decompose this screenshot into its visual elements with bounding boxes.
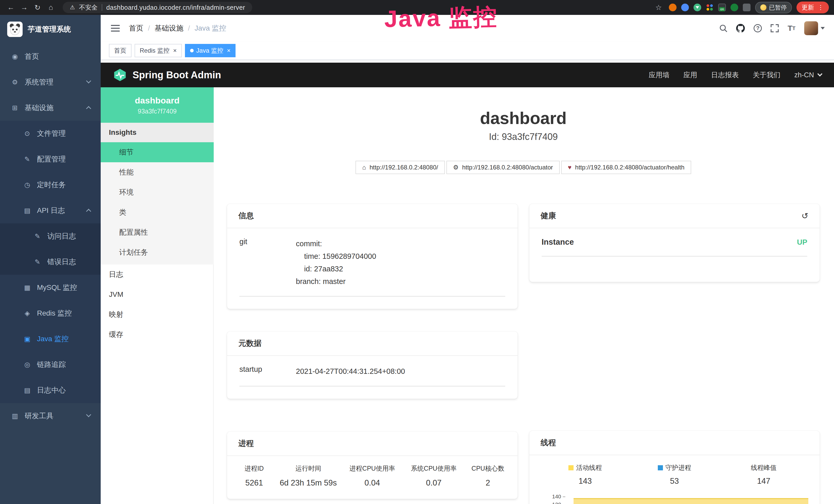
github-icon[interactable] [736,24,745,32]
tab-java-monitor[interactable]: Java 监控 × [185,44,236,57]
sba-item-details[interactable]: 细节 [101,142,214,162]
instance-id: 93a3fc7f7409 [106,108,208,115]
sidebar-item-tracing[interactable]: ◎ 链路追踪 [0,352,101,377]
sba-brand[interactable]: Spring Boot Admin [113,68,221,82]
sba-nav-about[interactable]: 关于我们 [752,70,780,79]
sidebar-item-java-monitor[interactable]: ▣ Java 监控 [0,326,101,352]
sidebar-item-mysql-monitor[interactable]: ▦ MySQL 监控 [0,275,101,300]
update-button-label: 更新 [802,3,814,12]
sidebar-item-files[interactable]: ⊙ 文件管理 [0,121,101,146]
close-icon[interactable]: × [227,47,231,54]
instance-link-health[interactable]: ♥ http://192.168.0.2:48080/actuator/heal… [561,161,691,174]
breadcrumb-item[interactable]: 首页 [129,23,143,33]
column-header: 进程CPU使用率 [342,464,403,473]
app-logo-row[interactable]: 芋道管理系统 [0,15,101,44]
sba-item-config-props[interactable]: 配置属性 [101,222,214,243]
document-icon: ✎ [33,232,42,240]
column-header: 运行时间 [275,464,342,473]
extension-icon[interactable] [730,4,738,11]
search-icon[interactable] [719,24,727,32]
close-icon[interactable]: × [173,47,177,54]
sba-nav-journal[interactable]: 日志报表 [711,70,739,79]
back-icon[interactable]: ← [5,3,17,12]
legend-value: 147 [719,477,809,486]
column-header: CPU核心数 [464,464,511,473]
sidebar-item-system[interactable]: ⚙ 系统管理 [0,69,101,95]
collapse-sidebar-icon[interactable] [110,23,121,33]
apps-grid-icon[interactable] [706,4,714,11]
sidebar-item-error-log[interactable]: ✎ 错误日志 [0,249,101,275]
threads-chart: 140 120 100 [536,494,813,504]
sba-item-caches[interactable]: 缓存 [101,324,214,345]
health-row-instance: Instance UP [542,237,808,256]
metadata-value: 2021-04-27T00:44:31.254+08:00 [296,365,405,378]
sidebar-item-scheduled-jobs[interactable]: ◷ 定时任务 [0,172,101,198]
breadcrumb-separator: / [188,24,190,32]
paused-badge[interactable]: 已暂停 [755,2,792,13]
main-area: 首页 / 基础设施 / Java 监控 ? [101,15,834,504]
info-key: git [239,237,296,288]
instance-link-actuator[interactable]: ⚙ http://192.168.0.2:48080/actuator [446,161,560,174]
sidebar-item-label: API 日志 [37,206,65,215]
fullscreen-icon[interactable] [771,24,779,32]
sidebar-item-dev-tools[interactable]: ▥ 研发工具 [0,403,101,429]
card-title: 信息 [227,204,518,228]
help-icon[interactable]: ? [753,24,762,32]
top-navbar: 首页 / 基础设施 / Java 监控 ? [101,15,834,42]
sba-nav-links: 应用墙 应用 日志报表 关于我们 zh-CN [649,70,822,79]
tab-label: 首页 [114,46,126,55]
legend-value: 143 [541,477,630,486]
sba-item-environment[interactable]: 环境 [101,182,214,202]
avatar[interactable] [804,21,825,35]
cell-value: 5261 [233,478,275,487]
tab-redis-monitor[interactable]: Redis 监控 × [135,44,182,57]
sidebar-item-config[interactable]: ✎ 配置管理 [0,146,101,172]
metadata-key: startup [239,365,296,378]
sba-item-logs[interactable]: 日志 [101,265,214,284]
sidebar-item-infra[interactable]: ⊞ 基础设施 [0,95,101,121]
instance-header[interactable]: dashboard 93a3fc7f7409 [101,87,214,123]
breadcrumb-item[interactable]: 基础设施 [155,23,183,33]
locale-label: zh-CN [794,71,814,79]
vue-devtools-icon[interactable] [694,4,701,11]
extensions-puzzle-icon[interactable] [743,4,750,11]
forward-icon[interactable]: → [19,3,30,12]
link-url: http://192.168.0.2:48080/ [370,164,438,171]
sidebar-item-api-logs[interactable]: ▤ API 日志 [0,198,101,223]
sba-item-mappings[interactable]: 映射 [101,304,214,324]
extension-on-icon[interactable]: on [718,4,726,11]
sidebar-item-log-center[interactable]: ▤ 日志中心 [0,377,101,403]
sidebar-item-label: Java 监控 [37,334,69,344]
instance-link-home[interactable]: ⌂ http://192.168.0.2:48080/ [355,161,445,174]
log-center-icon: ▤ [23,386,32,394]
status-badge: UP [797,238,807,247]
reload-icon[interactable]: ↻ [32,3,43,12]
paused-badge-label: 已暂停 [769,4,787,12]
sba-item-classes[interactable]: 类 [101,202,214,222]
address-bar[interactable]: ⚠ 不安全 dashboard.yudao.iocoder.cn/infra/a… [63,2,252,13]
menu-dots-icon[interactable]: ⋮ [817,4,824,11]
chevron-up-icon [86,106,91,111]
sba-item-jvm[interactable]: JVM [101,284,214,304]
extension-icon[interactable] [681,4,689,11]
sidebar-item-access-log[interactable]: ✎ 访问日志 [0,223,101,249]
sidebar-item-home[interactable]: ◉ 首页 [0,44,101,69]
extension-icon[interactable] [669,4,677,11]
sidebar-item-label: 文件管理 [37,129,66,138]
sidebar-item-label: Redis 监控 [37,308,72,318]
sba-item-scheduled-tasks[interactable]: 计划任务 [101,243,214,262]
home-icon[interactable]: ⌂ [45,3,57,12]
font-size-icon[interactable]: TT [788,24,795,32]
tab-home[interactable]: 首页 [109,44,132,57]
history-icon[interactable]: ↺ [802,211,808,221]
sidebar-item-redis-monitor[interactable]: ◈ Redis 监控 [0,300,101,326]
update-button[interactable]: 更新 ⋮ [796,2,829,13]
locale-selector[interactable]: zh-CN [794,71,822,79]
sba-nav-applications[interactable]: 应用 [683,70,697,79]
sba-nav-wallboard[interactable]: 应用墙 [649,70,670,79]
sba-item-metrics[interactable]: 性能 [101,162,214,182]
bookmark-star-icon[interactable]: ☆ [653,3,664,12]
sidebar-item-label: 系统管理 [25,77,53,87]
app-logo-icon [7,22,23,37]
dashboard-icon: ◉ [10,53,20,61]
